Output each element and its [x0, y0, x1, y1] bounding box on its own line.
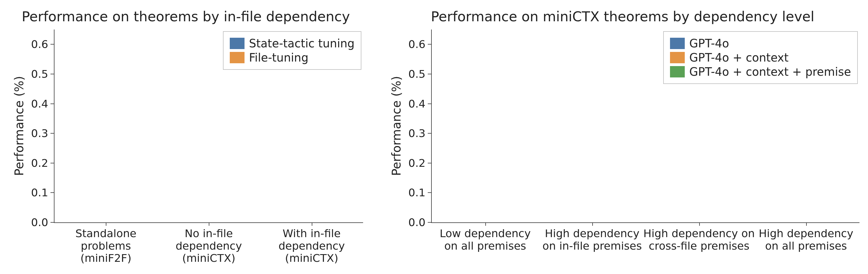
y-tick	[51, 192, 54, 193]
y-tick-label: 0.3	[31, 127, 48, 140]
y-tick	[51, 103, 54, 104]
figure: Performance on theorems by in-file depen…	[0, 0, 868, 274]
legend-label: File-tuning	[249, 51, 309, 64]
y-tick-label: 0.6	[31, 38, 48, 51]
y-tick-label: 0.0	[31, 216, 48, 229]
chart-title: Performance on theorems by in-file depen…	[8, 8, 363, 24]
y-tick	[428, 44, 431, 44]
legend-swatch	[670, 38, 685, 49]
y-tick	[428, 133, 431, 133]
y-tick	[51, 74, 54, 74]
legend-label: GPT-4o + context + premise	[689, 65, 851, 78]
y-tick-label: 0.1	[408, 186, 426, 199]
legend-swatch	[230, 38, 245, 49]
plot-area-left: Performance (%) State-tactic tuningFile-…	[54, 30, 363, 223]
y-tick-label: 0.4	[408, 98, 426, 110]
legend-swatch	[670, 66, 685, 78]
y-tick-label: 0.2	[408, 157, 426, 169]
y-tick-label: 0.4	[31, 98, 48, 110]
legend-item: GPT-4o + context	[670, 51, 851, 64]
y-axis-label: Performance (%)	[390, 76, 403, 176]
x-tick-label: With in-filedependency(miniCTX)	[279, 227, 345, 265]
plot-area-right: Performance (%) GPT-4oGPT-4o + contextGP…	[431, 30, 860, 223]
y-tick	[428, 222, 431, 223]
legend: State-tactic tuningFile-tuning	[223, 31, 361, 70]
legend-swatch	[230, 52, 245, 63]
y-tick-label: 0.5	[408, 68, 426, 80]
y-axis-label: Performance (%)	[12, 76, 26, 176]
chart-title: Performance on miniCTX theorems by depen…	[386, 8, 860, 24]
y-tick	[51, 133, 54, 133]
legend-label: GPT-4o + context	[689, 51, 788, 64]
x-tick	[106, 222, 106, 226]
y-tick-label: 0.6	[408, 38, 426, 51]
legend-label: State-tactic tuning	[249, 37, 354, 50]
y-tick-label: 0.2	[31, 157, 48, 169]
legend-item: File-tuning	[230, 51, 354, 64]
x-tick-label: High dependencyon all premises	[759, 227, 853, 252]
x-tick	[209, 222, 209, 226]
y-tick-label: 0.1	[31, 186, 48, 199]
x-tick	[485, 222, 486, 226]
y-tick	[428, 192, 431, 193]
y-tick	[51, 222, 54, 223]
y-tick-label: 0.3	[408, 127, 426, 140]
y-tick	[51, 44, 54, 44]
x-tick-label: Low dependencyon all premises	[440, 227, 531, 252]
x-tick-label: High dependency oncross-file premises	[643, 227, 755, 252]
legend: GPT-4oGPT-4o + contextGPT-4o + context +…	[663, 31, 858, 84]
x-tick-label: High dependencyon in-file premises	[542, 227, 642, 252]
y-tick	[428, 74, 431, 74]
right-panel: Performance on miniCTX theorems by depen…	[386, 8, 860, 266]
y-tick	[428, 103, 431, 104]
legend-item: GPT-4o + context + premise	[670, 65, 851, 78]
x-tick	[592, 222, 593, 226]
x-tick-label: Standaloneproblems(miniF2F)	[75, 227, 136, 265]
legend-label: GPT-4o	[689, 37, 729, 50]
y-tick	[428, 163, 431, 163]
y-tick-label: 0.5	[31, 68, 48, 80]
y-tick	[51, 163, 54, 163]
y-tick-label: 0.0	[408, 216, 426, 229]
legend-item: State-tactic tuning	[230, 37, 354, 50]
legend-swatch	[670, 52, 685, 63]
left-panel: Performance on theorems by in-file depen…	[8, 8, 363, 266]
x-tick	[699, 222, 700, 226]
x-tick-label: No in-filedependency(miniCTX)	[176, 227, 242, 265]
x-tick	[312, 222, 312, 226]
legend-item: GPT-4o	[670, 37, 851, 50]
x-tick	[806, 222, 807, 226]
